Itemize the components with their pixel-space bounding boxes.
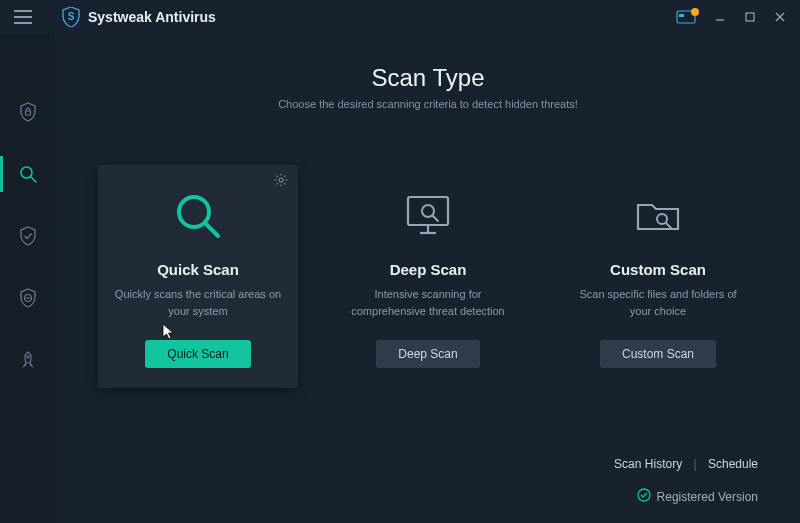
svg-line-10 (31, 177, 36, 182)
maximize-button[interactable] (738, 5, 762, 29)
sidebar-item-scan[interactable] (0, 156, 56, 192)
sidebar-item-rocket[interactable] (0, 342, 56, 378)
sidebar (0, 34, 56, 523)
svg-line-29 (433, 216, 438, 221)
close-button[interactable] (768, 5, 792, 29)
svg-point-3 (691, 8, 699, 16)
svg-rect-2 (679, 14, 684, 17)
folder-search-icon (572, 185, 744, 247)
card-quick-scan[interactable]: Quick Scan Quickly scans the critical ar… (98, 165, 298, 388)
card-custom-scan[interactable]: Custom Scan Scan specific files and fold… (558, 165, 758, 388)
monitor-search-icon (342, 185, 514, 247)
svg-line-19 (277, 176, 278, 177)
svg-rect-25 (408, 197, 448, 225)
card-desc: Intensive scanning for comprehensive thr… (342, 286, 514, 320)
page-subtitle: Choose the desired scanning criteria to … (96, 98, 760, 110)
svg-line-31 (666, 223, 671, 228)
svg-line-24 (206, 224, 218, 236)
svg-point-13 (26, 356, 29, 359)
page-title: Scan Type (96, 64, 760, 92)
svg-line-21 (284, 176, 285, 177)
footer-links: Scan History | Schedule (614, 457, 758, 471)
minimize-button[interactable] (708, 5, 732, 29)
window-controls (708, 5, 792, 29)
svg-text:S: S (68, 11, 75, 22)
separator: | (693, 457, 696, 471)
card-desc: Scan specific files and folders of your … (572, 286, 744, 320)
shield-logo-icon: S (62, 7, 80, 27)
gear-icon[interactable] (274, 173, 288, 191)
titlebar: S Systweak Antivirus (0, 0, 800, 34)
card-title: Custom Scan (572, 261, 744, 278)
svg-point-9 (21, 167, 32, 178)
app-title: Systweak Antivirus (88, 9, 216, 25)
svg-point-23 (179, 197, 209, 227)
app-logo: S Systweak Antivirus (62, 7, 216, 27)
scan-history-link[interactable]: Scan History (614, 457, 682, 471)
svg-point-28 (422, 205, 434, 217)
main-panel: Scan Type Choose the desired scanning cr… (56, 34, 800, 523)
custom-scan-button[interactable]: Custom Scan (600, 340, 716, 368)
check-circle-icon (637, 488, 651, 505)
svg-point-14 (279, 178, 283, 182)
search-icon (112, 185, 284, 247)
card-title: Deep Scan (342, 261, 514, 278)
schedule-link[interactable]: Schedule (708, 457, 758, 471)
scan-cards: Quick Scan Quickly scans the critical ar… (96, 165, 760, 388)
svg-rect-8 (25, 111, 30, 115)
registered-label: Registered Version (657, 490, 758, 504)
sidebar-item-e-shield[interactable] (0, 280, 56, 316)
notification-card-icon[interactable] (676, 8, 698, 26)
svg-rect-5 (746, 13, 754, 21)
hamburger-menu[interactable] (14, 5, 38, 29)
card-deep-scan[interactable]: Deep Scan Intensive scanning for compreh… (328, 165, 528, 388)
deep-scan-button[interactable]: Deep Scan (376, 340, 479, 368)
sidebar-item-shield-check[interactable] (0, 218, 56, 254)
sidebar-item-lock[interactable] (0, 94, 56, 130)
quick-scan-button[interactable]: Quick Scan (145, 340, 250, 368)
card-desc: Quickly scans the critical areas on your… (112, 286, 284, 320)
svg-line-20 (284, 183, 285, 184)
svg-point-32 (638, 489, 650, 501)
registered-version: Registered Version (637, 488, 758, 505)
card-title: Quick Scan (112, 261, 284, 278)
svg-line-22 (277, 183, 278, 184)
